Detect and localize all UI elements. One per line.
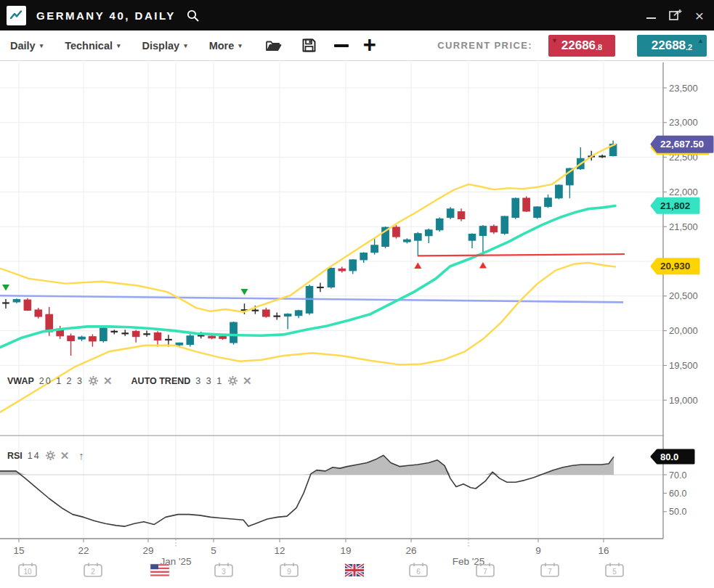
candle[interactable] [436, 218, 443, 232]
buy-price-main: 22688 [652, 38, 686, 53]
rsi-params: 14 [28, 451, 41, 461]
rsi-remove-icon[interactable]: ✕ [60, 450, 70, 461]
candle[interactable] [284, 314, 291, 330]
candle[interactable] [187, 334, 194, 346]
economic-event-calendar-icon[interactable]: 2 [84, 563, 102, 577]
candle[interactable] [545, 195, 552, 208]
candle[interactable] [425, 229, 432, 243]
auto-trend-resistance-line[interactable] [418, 254, 625, 256]
candle[interactable] [479, 225, 487, 268]
sell-price-badge[interactable]: ▼ 22686.8 [548, 35, 615, 57]
price-tag-last-text: 22,687.50 [660, 139, 704, 150]
us-flag-icon[interactable] [150, 564, 169, 576]
chevron-down-icon: ▾ [40, 42, 44, 49]
rsi-value-tag-text: 80.0 [660, 452, 678, 462]
current-price-label: CURRENT PRICE: [437, 40, 532, 51]
economic-event-calendar-icon[interactable]: 9 [280, 563, 298, 577]
candle[interactable] [132, 330, 139, 342]
save-icon[interactable] [301, 38, 317, 53]
candle[interactable] [143, 331, 150, 337]
time-axis-labels: 1522295121926916Jan '25Feb '25 [13, 539, 609, 567]
candle[interactable] [556, 184, 563, 199]
menu-timeframe[interactable]: Daily ▾ [10, 40, 43, 52]
candle[interactable] [523, 196, 530, 212]
sell-signal-triangle-icon [240, 289, 248, 295]
close-icon[interactable]: × [695, 8, 704, 23]
candle[interactable] [295, 310, 302, 318]
candle[interactable] [24, 298, 31, 311]
candle[interactable] [349, 259, 357, 274]
candle[interactable] [393, 225, 400, 239]
price-axis-label: 23,000 [669, 117, 698, 128]
chevron-down-icon: ▾ [238, 42, 242, 49]
uk-flag-icon[interactable] [345, 564, 364, 576]
candle[interactable] [501, 216, 508, 234]
vwap-center-line[interactable] [0, 206, 615, 348]
price-tag-vwap: 21,802 [652, 198, 699, 213]
search-icon[interactable] [186, 9, 200, 23]
candle[interactable] [512, 197, 519, 219]
candle[interactable] [414, 232, 421, 269]
menu-display[interactable]: Display ▾ [142, 40, 187, 52]
chart-canvas[interactable]: 23,50023,00022,50022,00021,50021,00020,5… [0, 61, 714, 588]
price-down-arrow-icon: ▼ [551, 37, 558, 44]
price-axis-label: 20,000 [669, 325, 698, 336]
indicator-row-vwap: VWAP 20 1 2 3 ✕ AUTO TREND 3 3 1 ✕ [7, 375, 252, 386]
candle[interactable] [317, 282, 324, 292]
candle[interactable] [100, 327, 107, 343]
open-folder-icon[interactable] [265, 38, 283, 53]
candle[interactable] [609, 140, 617, 156]
economic-event-calendar-icon[interactable]: 3 [215, 563, 232, 577]
candle[interactable] [111, 330, 118, 334]
vwap-params: 20 1 2 3 [39, 376, 84, 386]
rsi-move-up-icon[interactable]: ↑ [78, 449, 84, 462]
candle[interactable] [490, 224, 498, 234]
economic-event-calendar-icon[interactable]: 7 [476, 563, 494, 577]
candle[interactable] [404, 238, 411, 243]
buy-price-badge[interactable]: 22688.2 ▲ [637, 35, 707, 57]
economic-event-calendar-icon[interactable]: 5 [606, 563, 623, 577]
economic-event-calendar-icon[interactable]: 6 [410, 563, 427, 577]
candle[interactable] [78, 335, 86, 341]
candle[interactable] [458, 208, 465, 221]
vwap-settings-gear-icon[interactable] [89, 376, 98, 385]
rsi-label: RSI [7, 451, 23, 461]
vwap-label: VWAP [7, 376, 34, 386]
chart-toolbar: Daily ▾ Technical ▾ Display ▾ More ▾ [0, 30, 714, 61]
candle[interactable] [534, 206, 541, 219]
grid-lines [0, 62, 663, 538]
title-bar: GERMANY 40, DAILY × [0, 0, 714, 30]
minimize-icon[interactable] [646, 17, 656, 19]
vwap-remove-icon[interactable]: ✕ [103, 375, 113, 386]
chevron-down-icon: ▾ [184, 42, 187, 49]
candle[interactable] [154, 331, 161, 346]
menu-timeframe-label: Daily [10, 40, 36, 52]
price-axis-label: 20,500 [669, 290, 698, 301]
economic-event-calendar-icon[interactable]: 7 [541, 563, 559, 577]
auto-trend-label: AUTO TREND [131, 376, 191, 386]
rsi-line[interactable] [0, 455, 614, 526]
menu-technical[interactable]: Technical ▾ [65, 40, 120, 52]
rsi-settings-gear-icon[interactable] [46, 451, 55, 460]
candle[interactable] [328, 267, 335, 288]
auto-trend-remove-icon[interactable]: ✕ [243, 375, 252, 386]
price-up-arrow-icon: ▲ [697, 37, 704, 44]
event-date-number: 2 [91, 568, 95, 576]
candle[interactable] [468, 234, 476, 248]
candle[interactable] [68, 333, 75, 356]
auto-trend-settings-gear-icon[interactable] [228, 376, 238, 385]
price-axis-label: 21,500 [669, 221, 698, 232]
candle[interactable] [338, 266, 346, 272]
candle[interactable] [35, 308, 42, 319]
popout-icon[interactable] [668, 9, 683, 22]
economic-event-calendar-icon[interactable]: 10 [19, 563, 36, 577]
auto-trend-params: 3 3 1 [195, 376, 223, 386]
app-chart-icon [7, 6, 26, 25]
candle[interactable] [89, 334, 97, 346]
zoom-out-icon[interactable] [334, 44, 349, 47]
candle[interactable] [263, 308, 270, 318]
menu-more[interactable]: More ▾ [209, 40, 242, 52]
candle[interactable] [230, 322, 238, 345]
event-date-number: 5 [612, 568, 617, 576]
candle[interactable] [447, 207, 454, 219]
